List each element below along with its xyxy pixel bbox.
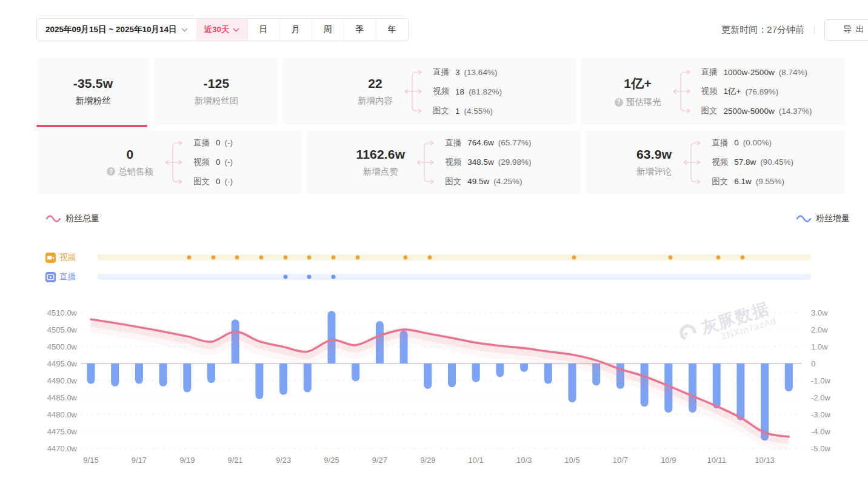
- tab-quarter[interactable]: 季: [344, 19, 376, 41]
- 视频-dot-10/11[interactable]: [716, 256, 721, 260]
- 视频-dot-9/21[interactable]: [235, 256, 239, 260]
- bar-10/5[interactable]: [569, 363, 576, 402]
- bar-10/12[interactable]: [736, 363, 744, 420]
- bar-9/18[interactable]: [159, 363, 167, 386]
- divider: [814, 25, 815, 35]
- 视频-dot-10/5[interactable]: [572, 256, 576, 260]
- 直播-dot-9/23[interactable]: [283, 275, 287, 279]
- live-track: [97, 274, 811, 280]
- stat-card-new-fanclub[interactable]: -125 新增粉丝团: [154, 58, 279, 125]
- x-axis-tick: 9/29: [420, 456, 435, 465]
- x-axis-tick: 9/17: [132, 456, 147, 465]
- stat-card-new-comments[interactable]: 63.9w 新增评论 直播0(0.00%) 视频57.8w(90.45%) 图文…: [584, 130, 846, 194]
- tab-year[interactable]: 年: [376, 19, 408, 41]
- date-range-text: 2025年09月15日 ~ 2025年10月14日: [45, 24, 177, 35]
- stat-label: 新增粉丝: [76, 95, 111, 107]
- bar-9/25[interactable]: [328, 311, 336, 363]
- left-axis-tick: 4500.0w: [47, 342, 78, 351]
- tab-week[interactable]: 周: [312, 19, 344, 41]
- bar-10/1[interactable]: [472, 363, 480, 382]
- bar-10/4[interactable]: [544, 363, 552, 384]
- timeline-label: 直播: [59, 271, 76, 282]
- bar-10/14[interactable]: [785, 363, 793, 391]
- 视频-dot-9/28[interactable]: [404, 256, 408, 260]
- stat-label: 新增评论: [636, 166, 672, 177]
- 视频-dot-10/12[interactable]: [740, 256, 744, 260]
- tab-day[interactable]: 日: [247, 19, 279, 41]
- 视频-dot-9/29[interactable]: [427, 256, 432, 260]
- stat-main: 63.9w 新增评论: [636, 147, 672, 177]
- 视频-dot-9/24[interactable]: [307, 256, 312, 260]
- left-axis-tick: 4490.0w: [47, 376, 78, 385]
- breakdown-row: 直播0(0.00%): [712, 135, 793, 151]
- bar-9/22[interactable]: [255, 363, 263, 399]
- breakdown-connector: [415, 137, 435, 188]
- 直播-dot-9/25[interactable]: [332, 275, 336, 279]
- tab-month[interactable]: 月: [279, 19, 312, 41]
- stat-breakdown: 直播764.6w(65.77%) 视频348.5w(29.98%) 图文49.5…: [445, 135, 531, 190]
- stat-card-estimated-exposure[interactable]: 1亿+ ?预估曝光 直播1000w-2500w(8.74%) 视频1亿+(76.…: [581, 58, 846, 125]
- live-screen-icon: [45, 272, 56, 282]
- bar-9/15[interactable]: [87, 363, 95, 384]
- x-axis-tick: 10/9: [661, 456, 676, 465]
- timeline-row-video: 视频: [45, 252, 811, 263]
- 视频-dot-9/22[interactable]: [259, 256, 263, 260]
- bar-9/20[interactable]: [207, 363, 215, 383]
- right-axis-tick: -5.0w: [811, 444, 830, 453]
- 视频-dot-9/20[interactable]: [211, 256, 215, 260]
- bar-9/19[interactable]: [183, 363, 191, 393]
- x-axis-tick: 9/15: [83, 456, 98, 465]
- bar-9/24[interactable]: [304, 363, 312, 393]
- stat-card-new-likes[interactable]: 1162.6w 新增点赞 直播764.6w(65.77%) 视频348.5w(2…: [307, 130, 580, 194]
- right-axis-tick: -4.0w: [811, 427, 830, 436]
- stats-row-1: -35.5w 新增粉丝 -125 新增粉丝团 22 新增内容: [36, 58, 846, 125]
- right-axis-tick: -3.0w: [811, 410, 830, 419]
- legend-fans-delta[interactable]: 粉丝增量: [796, 213, 850, 224]
- export-button[interactable]: 导出: [824, 19, 868, 41]
- legend-fans-total[interactable]: 粉丝总量: [45, 213, 99, 224]
- help-icon[interactable]: ?: [615, 98, 623, 107]
- stat-card-total-sales[interactable]: 0 ?总销售额 直播0(-) 视频0(-) 图文0(-): [36, 130, 303, 194]
- fans-trend-plot[interactable]: 4510.0w3.0w4505.0w2.0w4500.0w1.0w4495.0w…: [0, 294, 868, 477]
- bar-10/3[interactable]: [520, 363, 528, 372]
- analytics-dashboard: 2025年09月15日 ~ 2025年10月14日 近30天 日 月 周 季 年…: [0, 18, 868, 504]
- date-range-picker[interactable]: 2025年09月15日 ~ 2025年10月14日: [37, 19, 196, 41]
- bar-9/26[interactable]: [352, 363, 359, 381]
- breakdown-connector: [402, 66, 423, 117]
- stat-card-new-fans[interactable]: -35.5w 新增粉丝: [36, 58, 150, 125]
- 视频-dot-10/9[interactable]: [668, 256, 672, 260]
- quick-range-last30days[interactable]: 近30天: [196, 19, 247, 41]
- stat-main: 0 ?总销售额: [107, 147, 153, 177]
- fans-delta-bars[interactable]: [87, 311, 793, 440]
- x-axis-tick: 9/25: [324, 456, 339, 465]
- stat-card-new-content[interactable]: 22 新增内容 直播3(13.64%) 视频18(81.82%) 图文1(4.5…: [283, 58, 576, 125]
- bar-10/11[interactable]: [713, 363, 721, 408]
- bar-10/2[interactable]: [496, 363, 504, 377]
- left-axis-tick: 4470.0w: [47, 444, 78, 453]
- 视频-dot-9/25[interactable]: [332, 256, 336, 260]
- stat-label: 新增内容: [358, 95, 393, 107]
- breakdown-row: 图文2500w-5000w(14.37%): [701, 103, 812, 119]
- video-track: [97, 254, 811, 260]
- bar-9/29[interactable]: [424, 363, 432, 389]
- legend-label: 粉丝增量: [816, 213, 850, 224]
- breakdown-row: 直播764.6w(65.77%): [445, 135, 531, 151]
- 视频-dot-9/23[interactable]: [283, 256, 287, 260]
- stat-breakdown: 直播0(0.00%) 视频57.8w(90.45%) 图文6.1w(9.55%): [712, 135, 793, 190]
- bar-9/23[interactable]: [279, 363, 287, 395]
- 视频-dot-9/19[interactable]: [187, 256, 191, 260]
- chevron-down-icon: [233, 28, 239, 32]
- right-axis-tick: -1.0w: [811, 376, 830, 385]
- 直播-dot-9/24[interactable]: [307, 275, 312, 279]
- bar-9/16[interactable]: [111, 363, 119, 386]
- stat-main: -125 新增粉丝团: [195, 76, 239, 107]
- left-axis-tick: 4480.0w: [47, 410, 78, 419]
- bar-9/30[interactable]: [448, 363, 456, 387]
- bar-9/17[interactable]: [135, 363, 143, 384]
- stat-value: -125: [195, 76, 239, 91]
- left-axis-tick: 4495.0w: [47, 359, 78, 368]
- 视频-dot-9/26[interactable]: [355, 256, 359, 260]
- help-icon[interactable]: ?: [107, 167, 115, 176]
- x-axis-tick: 10/1: [469, 456, 484, 465]
- breakdown-row: 图文6.1w(9.55%): [712, 174, 793, 190]
